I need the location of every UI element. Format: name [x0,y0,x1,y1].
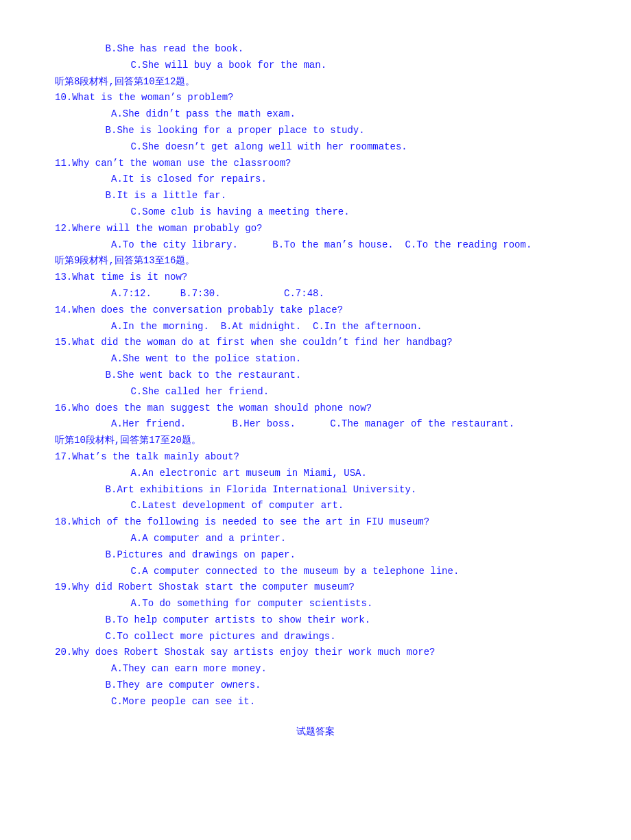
question-line: 13.What time is it now? [55,269,576,286]
question-line: B.She went back to the restaurant. [55,368,576,384]
question-line: 听第9段材料,回答第13至16题。 [55,253,576,269]
question-line: A.A computer and a printer. [55,531,576,547]
question-line: A.She didn’t pass the math exam. [55,106,576,123]
question-line: B.To help computer artists to show their… [55,612,576,629]
question-line: B.Art exhibitions in Florida Internation… [55,482,576,499]
question-line: 12.Where will the woman probably go? [55,221,576,237]
question-line: A.An electronic art museum in Miami, USA… [55,466,576,482]
question-line: C.She doesn’t get along well with her ro… [55,139,576,156]
question-line: C.To collect more pictures and drawings. [55,629,576,645]
question-line: A.To the city library. B.To the man’s ho… [55,237,576,254]
question-line: 听第8段材料,回答第10至12题。 [55,74,576,91]
question-line: B.Pictures and drawings on paper. [55,547,576,564]
question-line: 11.Why can’t the woman use the classroom… [55,156,576,172]
question-line: C.More people can see it. [55,694,576,710]
question-line: C.A computer connected to the museum by … [55,564,576,580]
question-line: B.They are computer owners. [55,677,576,694]
question-line: C.She will buy a book for the man. [55,58,576,74]
question-line: A.7:12. B.7:30. C.7:48. [55,286,576,302]
question-line: 18.Which of the following is needed to s… [55,514,576,531]
question-line: A.It is closed for repairs. [55,171,576,188]
question-line: B.She has read the book. [55,41,576,58]
question-line: 17.What’s the talk mainly about? [55,449,576,466]
question-line: 19.Why did Robert Shostak start the comp… [55,579,576,596]
question-line: B.It is a little far. [55,188,576,204]
question-line: 20.Why does Robert Shostak say artists e… [55,645,576,661]
question-line: A.In the morning. B.At midnight. C.In th… [55,319,576,335]
question-line: 16.Who does the man suggest the woman sh… [55,400,576,417]
questions-container: B.She has read the book. C.She will buy … [55,41,576,710]
question-line: 15.What did the woman do at first when s… [55,335,576,351]
question-line: A.Her friend. B.Her boss. C.The manager … [55,416,576,433]
question-line: C.She called her friend. [55,384,576,400]
question-line: C.Some club is having a meeting there. [55,204,576,221]
answer-title: 试题答案 [55,724,576,741]
question-line: 10.What is the woman’s problem? [55,90,576,106]
question-line: 14.When does the conversation probably t… [55,302,576,319]
question-line: C.Latest development of computer art. [55,498,576,514]
question-line: A.They can earn more money. [55,661,576,677]
question-line: 听第10段材料,回答第17至20题。 [55,433,576,449]
question-line: B.She is looking for a proper place to s… [55,123,576,139]
main-content: B.She has read the book. C.She will buy … [55,41,576,740]
question-line: A.To do something for computer scientist… [55,596,576,612]
question-line: A.She went to the police station. [55,351,576,368]
